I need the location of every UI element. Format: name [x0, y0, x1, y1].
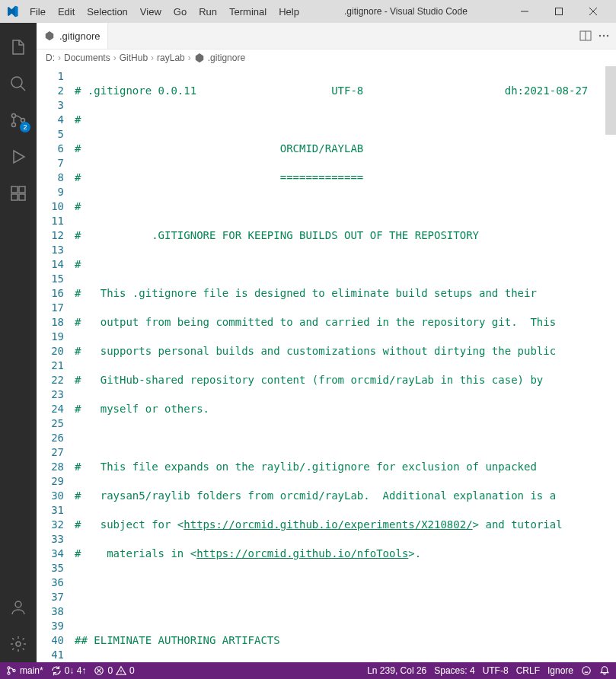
- notifications-icon[interactable]: [599, 665, 610, 676]
- extensions-icon[interactable]: [0, 175, 37, 212]
- svg-point-2: [12, 114, 16, 118]
- language-mode-status[interactable]: Ignore: [547, 665, 573, 676]
- breadcrumb-segment[interactable]: Documents: [64, 53, 110, 63]
- window-title: .gitignore - Visual Studio Code: [305, 6, 507, 17]
- accounts-icon[interactable]: [0, 589, 37, 626]
- tab-actions: [579, 23, 616, 49]
- menu-run[interactable]: Run: [193, 5, 222, 19]
- vscode-logo-icon: [6, 5, 18, 18]
- editor-tab[interactable]: .gitignore: [37, 23, 108, 49]
- breadcrumb-segment[interactable]: GitHub: [120, 53, 148, 63]
- breadcrumb-segment[interactable]: D:: [46, 53, 55, 63]
- close-button[interactable]: [576, 0, 610, 23]
- ignore-file-icon: [44, 30, 55, 41]
- search-icon[interactable]: [0, 65, 37, 102]
- menu-file[interactable]: File: [24, 5, 51, 19]
- ignore-file-icon: [194, 53, 205, 63]
- code-content[interactable]: # .gitignore 0.0.11 UTF-8 dh:2021-08-27 …: [75, 66, 616, 662]
- svg-point-16: [8, 672, 10, 674]
- main-area: 2 .gitignore D:› Documents› GitHub› rayL…: [0, 23, 616, 662]
- feedback-icon[interactable]: [581, 665, 592, 676]
- minimize-button[interactable]: [507, 0, 541, 23]
- scm-badge: 2: [20, 122, 30, 132]
- run-debug-icon[interactable]: [0, 139, 37, 175]
- breadcrumb-segment[interactable]: .gitignore: [208, 53, 245, 63]
- svg-rect-6: [11, 194, 18, 200]
- svg-point-19: [582, 667, 591, 675]
- svg-rect-0: [555, 8, 562, 15]
- indentation-status[interactable]: Spaces: 4: [434, 665, 474, 676]
- link[interactable]: https://orcmid.github.io/experiments/X21…: [184, 518, 472, 531]
- activity-bar: 2: [0, 23, 37, 662]
- split-editor-icon[interactable]: [579, 30, 592, 42]
- chevron-right-icon: ›: [58, 53, 61, 63]
- svg-point-12: [599, 35, 601, 37]
- breadcrumb-segment[interactable]: rayLab: [157, 53, 185, 63]
- explorer-icon[interactable]: [0, 29, 37, 65]
- encoding-status[interactable]: UTF-8: [483, 665, 509, 676]
- breadcrumb[interactable]: D:› Documents› GitHub› rayLab› .gitignor…: [37, 49, 616, 66]
- more-actions-icon[interactable]: [598, 30, 610, 42]
- titlebar: File Edit Selection View Go Run Terminal…: [0, 0, 616, 23]
- svg-point-15: [8, 667, 10, 669]
- editor-area: .gitignore D:› Documents› GitHub› rayLab…: [37, 23, 616, 662]
- svg-rect-5: [11, 186, 18, 193]
- menu-selection[interactable]: Selection: [81, 5, 132, 19]
- eol-status[interactable]: CRLF: [516, 665, 540, 676]
- link[interactable]: https://orcmid.github.io/nfoTools: [196, 547, 408, 559]
- vertical-scrollbar[interactable]: [605, 66, 616, 662]
- svg-point-14: [607, 35, 608, 37]
- menubar: File Edit Selection View Go Run Terminal…: [24, 5, 305, 19]
- menu-view[interactable]: View: [135, 5, 167, 19]
- menu-edit[interactable]: Edit: [53, 5, 80, 19]
- svg-point-13: [603, 35, 605, 37]
- svg-point-1: [11, 77, 22, 88]
- line-number-gutter: 1234567891011121314151617181920212223242…: [37, 66, 75, 662]
- sync-status[interactable]: 0↓ 4↑: [51, 665, 87, 676]
- menu-go[interactable]: Go: [168, 5, 192, 19]
- git-branch-status[interactable]: main*: [6, 665, 43, 676]
- chevron-right-icon: ›: [151, 53, 154, 63]
- tab-label: .gitignore: [59, 30, 100, 42]
- cursor-position-status[interactable]: Ln 239, Col 26: [367, 665, 426, 676]
- text-editor[interactable]: 1234567891011121314151617181920212223242…: [37, 66, 616, 662]
- settings-gear-icon[interactable]: [0, 626, 37, 662]
- scroll-thumb[interactable]: [605, 66, 616, 135]
- svg-rect-7: [19, 194, 25, 200]
- chevron-right-icon: ›: [113, 53, 116, 63]
- chevron-right-icon: ›: [188, 53, 191, 63]
- tab-bar: .gitignore: [37, 23, 616, 49]
- source-control-icon[interactable]: 2: [0, 102, 37, 139]
- maximize-button[interactable]: [541, 0, 576, 23]
- status-bar: main* 0↓ 4↑ 0 0 Ln 239, Col 26 Spaces: 4…: [0, 662, 616, 679]
- problems-status[interactable]: 0 0: [94, 665, 134, 676]
- svg-point-10: [16, 642, 21, 646]
- svg-rect-8: [19, 186, 25, 193]
- svg-point-3: [12, 123, 16, 127]
- svg-point-9: [15, 601, 21, 607]
- menu-terminal[interactable]: Terminal: [224, 5, 272, 19]
- menu-help[interactable]: Help: [273, 5, 305, 19]
- window-controls: [507, 0, 610, 23]
